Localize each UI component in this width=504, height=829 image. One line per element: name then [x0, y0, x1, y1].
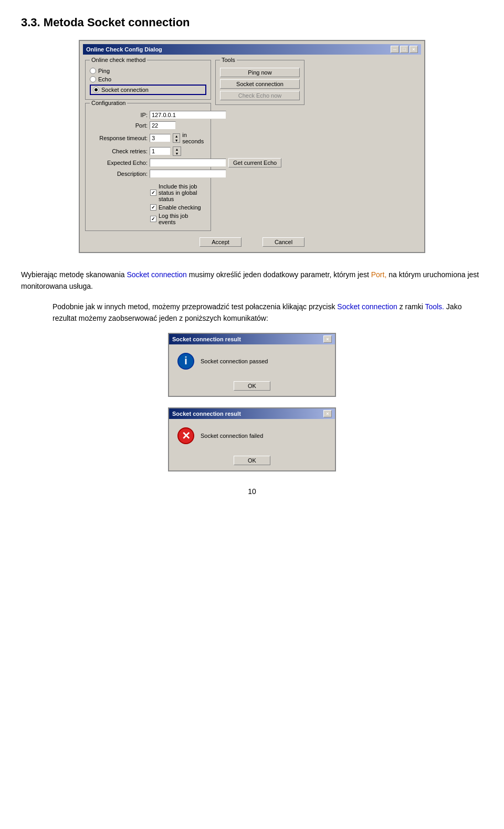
retries-up[interactable]: ▲ [173, 147, 181, 151]
result-passed-ok-row: OK [169, 378, 335, 396]
timeout-row: Response timeout: ▲ ▼ in seconds [90, 132, 206, 144]
checkbox1[interactable] [150, 190, 156, 196]
dialog-footer: Accept Cancel [83, 233, 421, 249]
tools-group: Tools Ping now Socket connection Check E… [215, 60, 304, 105]
body-paragraph-1: Wybierając metodę skanowania Socket conn… [21, 269, 483, 292]
checkbox2-label: Enable checking [159, 204, 201, 211]
result-failed-title-bar: Socket connection result × [169, 408, 335, 419]
para2-mid: z ramki [397, 302, 425, 311]
timeout-spinner[interactable]: ▲ ▼ [173, 133, 180, 143]
result-failed-icon: ✕ [177, 427, 194, 444]
checkbox3[interactable] [150, 216, 156, 222]
dialog-body: Online check method Ping Echo Socket con… [83, 58, 421, 233]
retries-spinner[interactable]: ▲ ▼ [173, 146, 181, 156]
result-passed-icon: i [177, 353, 194, 370]
result-passed-message: Socket connection passed [201, 358, 268, 364]
dialog-title-buttons: ─ □ × [391, 46, 418, 53]
radio-ping-label: Ping [98, 68, 110, 74]
radio-echo-indicator [90, 76, 96, 82]
dialog-title-text: Online Check Config Dialog [86, 46, 162, 53]
para2-prefix: Podobnie jak w innych metod, możemy prze… [52, 302, 337, 311]
retries-row: Check retries: ▲ ▼ [90, 146, 206, 156]
minimize-button[interactable]: ─ [391, 46, 399, 53]
ip-input[interactable] [150, 111, 226, 119]
timeout-unit: in seconds [182, 132, 206, 144]
checkbox3-row: Log this job events [150, 213, 206, 225]
checkbox1-row: Include this job status in global status [150, 183, 206, 202]
para2-link2: Tools. [425, 302, 444, 311]
retries-input[interactable] [150, 147, 171, 155]
checkbox3-label: Log this job events [159, 213, 206, 225]
check-echo-button[interactable]: Check Echo now [220, 91, 300, 100]
port-row: Port: [90, 121, 206, 130]
ip-label: IP: [90, 112, 148, 118]
port-input[interactable] [150, 121, 176, 130]
method-group-label: Online check method [90, 57, 147, 63]
echo-input[interactable] [150, 159, 226, 167]
result-failed-ok-button[interactable]: OK [234, 456, 270, 465]
timeout-down[interactable]: ▼ [173, 138, 180, 142]
tools-buttons: Ping now Socket connection Check Echo no… [220, 64, 300, 100]
maximize-button[interactable]: □ [400, 46, 408, 53]
body-paragraph-2: Podobnie jak w innych metod, możemy prze… [52, 301, 483, 324]
result-failed-title-text: Socket connection result [172, 411, 241, 417]
config-group-label: Configuration [90, 100, 127, 106]
radio-group: Ping Echo Socket connection [90, 64, 206, 95]
method-group: Online check method Ping Echo Socket con… [85, 60, 211, 100]
echo-label: Expected Echo: [90, 160, 148, 166]
description-row: Description: [90, 170, 206, 178]
radio-echo[interactable]: Echo [90, 76, 206, 82]
result-failed-dialog: Socket connection result × ✕ Socket conn… [168, 407, 336, 471]
config-rows: IP: Port: Response timeout: [90, 107, 206, 225]
page-number: 10 [21, 487, 483, 496]
left-panel: Online check method Ping Echo Socket con… [85, 60, 211, 231]
checkbox2-row: Enable checking [150, 204, 206, 211]
page-heading: 3.3. Metoda Socket connection [21, 16, 483, 29]
config-group: Configuration IP: Port: [85, 103, 211, 231]
timeout-up[interactable]: ▲ [173, 134, 180, 138]
ip-row: IP: [90, 111, 206, 119]
retries-label: Check retries: [90, 148, 148, 154]
config-section: Configuration IP: Port: [85, 103, 211, 231]
para1-mid: musimy określić jeden dodatkowy parametr… [187, 270, 371, 279]
close-button[interactable]: × [410, 46, 418, 53]
result-failed-body: ✕ Socket connection failed [169, 419, 335, 453]
socket-connection-button[interactable]: Socket connection [220, 79, 300, 89]
description-label: Description: [90, 171, 148, 177]
accept-button[interactable]: Accept [200, 237, 242, 247]
dialog-title-bar: Online Check Config Dialog ─ □ × [83, 44, 421, 55]
radio-ping[interactable]: Ping [90, 68, 206, 74]
result-failed-close[interactable]: × [323, 410, 332, 417]
result-passed-close[interactable]: × [323, 335, 332, 343]
radio-echo-label: Echo [98, 76, 111, 82]
right-panel: Tools Ping now Socket connection Check E… [215, 60, 304, 231]
result-passed-title-bar: Socket connection result × [169, 334, 335, 344]
para1-prefix: Wybierając metodę skanowania [21, 270, 127, 279]
checkbox2[interactable] [150, 204, 156, 211]
echo-row: Expected Echo: Get current Echo [90, 158, 206, 167]
para1-link2: Port, [371, 270, 387, 279]
port-label: Port: [90, 122, 148, 129]
result-passed-dialog: Socket connection result × i Socket conn… [168, 333, 336, 397]
get-echo-button[interactable]: Get current Echo [228, 158, 281, 167]
retries-down[interactable]: ▼ [173, 151, 181, 155]
result-passed-ok-button[interactable]: OK [234, 381, 270, 391]
dialog-screenshot: Online Check Config Dialog ─ □ × Online … [79, 40, 425, 253]
result-failed-ok-row: OK [169, 453, 335, 470]
radio-socket-indicator [93, 87, 99, 93]
ping-now-button[interactable]: Ping now [220, 68, 300, 77]
checkbox1-label: Include this job status in global status [159, 183, 206, 202]
result-passed-title-text: Socket connection result [172, 336, 241, 342]
timeout-label: Response timeout: [90, 135, 148, 141]
cancel-button[interactable]: Cancel [262, 237, 304, 247]
description-input[interactable] [150, 170, 226, 178]
para2-link1: Socket connection [337, 302, 397, 311]
result-failed-message: Socket connection failed [201, 433, 263, 439]
result-passed-body: i Socket connection passed [169, 344, 335, 378]
timeout-input[interactable] [150, 134, 171, 142]
tools-group-label: Tools [220, 57, 237, 63]
radio-socket[interactable]: Socket connection [90, 85, 206, 95]
radio-ping-indicator [90, 68, 96, 74]
radio-socket-label: Socket connection [101, 87, 149, 93]
para1-link1: Socket connection [127, 270, 186, 279]
